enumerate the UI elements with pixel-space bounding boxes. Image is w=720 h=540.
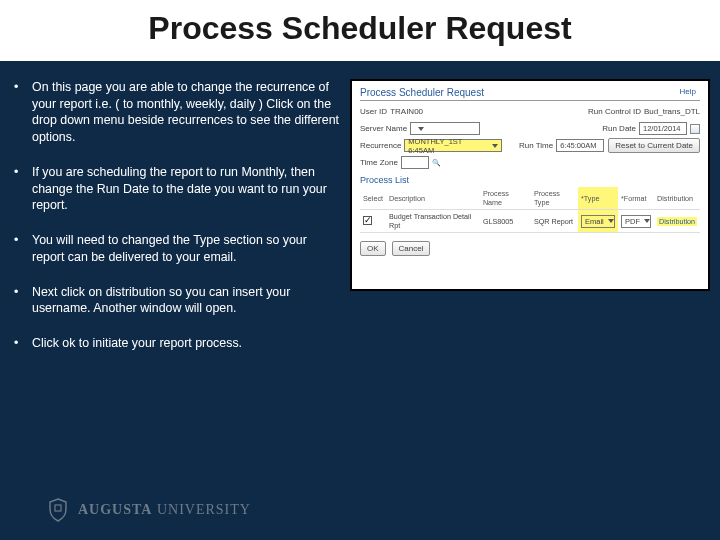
- instruction-text: Next click on distribution so you can in…: [32, 284, 340, 317]
- user-id-label: User ID: [360, 107, 387, 116]
- col-process-type: Process Type: [531, 187, 578, 210]
- university-bold: AUGUSTA: [78, 502, 152, 517]
- list-item: • Click ok to initiate your report proce…: [10, 335, 340, 352]
- university-name: AUGUSTA UNIVERSITY: [78, 502, 251, 518]
- bullet-dot: •: [10, 164, 32, 214]
- screenshot-panel: Process Scheduler Request Help User ID T…: [350, 79, 710, 291]
- list-item: • If you are scheduling the report to ru…: [10, 164, 340, 214]
- ok-button[interactable]: OK: [360, 241, 386, 256]
- run-date-field: Run Date 12/01/2014: [602, 122, 700, 135]
- run-time-field: Run Time 6:45:00AM: [519, 139, 604, 152]
- cancel-button[interactable]: Cancel: [392, 241, 431, 256]
- run-control-value: Bud_trans_DTL: [644, 107, 700, 116]
- window-title: Process Scheduler Request: [360, 87, 700, 98]
- instruction-text: If you are scheduling the report to run …: [32, 164, 340, 214]
- run-time-label: Run Time: [519, 141, 553, 150]
- server-name-select[interactable]: [410, 122, 480, 135]
- list-item: • You will need to changed the Type sect…: [10, 232, 340, 265]
- run-control-label: Run Control ID: [588, 107, 641, 116]
- run-control-field: Run Control ID Bud_trans_DTL: [588, 107, 700, 116]
- recurrence-select[interactable]: MONTHLY_1ST 6:45AM: [404, 139, 502, 152]
- page-title: Process Scheduler Request: [0, 10, 720, 47]
- divider: [360, 100, 700, 101]
- process-list: Select Description Process Name Process …: [360, 187, 700, 233]
- cell-select: [360, 210, 386, 233]
- chevron-down-icon: [492, 144, 498, 148]
- cell-process-name: GLS8005: [480, 210, 531, 233]
- bullet-dot: •: [10, 79, 32, 146]
- cell-type: Email: [578, 210, 618, 233]
- format-value: PDF: [625, 217, 640, 226]
- help-link[interactable]: Help: [680, 87, 696, 96]
- table-row: Budget Transaction Detail Rpt GLS8005 SQ…: [360, 210, 700, 233]
- col-process-name: Process Name: [480, 187, 531, 210]
- university-sub: UNIVERSITY: [152, 502, 251, 517]
- run-date-input[interactable]: 12/01/2014: [639, 122, 687, 135]
- cell-distribution: Distribution: [654, 210, 700, 233]
- list-item: • On this page you are able to change th…: [10, 79, 340, 146]
- col-distribution: Distribution: [654, 187, 700, 210]
- server-name-field: Server Name: [360, 122, 480, 135]
- select-checkbox[interactable]: [363, 216, 372, 225]
- chevron-down-icon: [644, 219, 650, 223]
- process-table: Select Description Process Name Process …: [360, 187, 700, 233]
- content-area: • On this page you are able to change th…: [0, 61, 720, 370]
- distribution-link[interactable]: Distribution: [657, 217, 697, 226]
- type-value: Email: [585, 217, 604, 226]
- process-list-title: Process List: [360, 175, 700, 185]
- table-header-row: Select Description Process Name Process …: [360, 187, 700, 210]
- format-select[interactable]: PDF: [621, 215, 651, 228]
- recurrence-field: Recurrence MONTHLY_1ST 6:45AM: [360, 139, 502, 152]
- time-zone-label: Time Zone: [360, 158, 398, 167]
- bullet-dot: •: [10, 284, 32, 317]
- time-zone-field: Time Zone 🔍: [360, 156, 700, 169]
- dialog-buttons: OK Cancel: [360, 241, 700, 256]
- calendar-icon[interactable]: [690, 124, 700, 134]
- list-item: • Next click on distribution so you can …: [10, 284, 340, 317]
- server-name-label: Server Name: [360, 124, 407, 133]
- instruction-text: Click ok to initiate your report process…: [32, 335, 340, 352]
- recurrence-label: Recurrence: [360, 141, 401, 150]
- col-type: *Type: [578, 187, 618, 210]
- type-select[interactable]: Email: [581, 215, 615, 228]
- svg-rect-0: [55, 505, 61, 511]
- lookup-icon[interactable]: 🔍: [432, 159, 441, 167]
- run-time-input[interactable]: 6:45:00AM: [556, 139, 604, 152]
- instruction-text: On this page you are able to change the …: [32, 79, 340, 146]
- chevron-down-icon: [418, 127, 424, 131]
- user-id-field: User ID TRAIN00: [360, 107, 423, 116]
- footer-logo: AUGUSTA UNIVERSITY: [48, 498, 251, 522]
- instruction-list: • On this page you are able to change th…: [10, 79, 340, 370]
- instruction-text: You will need to changed the Type sectio…: [32, 232, 340, 265]
- cell-format: PDF: [618, 210, 654, 233]
- user-id-value: TRAIN00: [390, 107, 423, 116]
- bullet-dot: •: [10, 335, 32, 352]
- chevron-down-icon: [608, 219, 614, 223]
- col-select: Select: [360, 187, 386, 210]
- col-format: *Format: [618, 187, 654, 210]
- shield-icon: [48, 498, 68, 522]
- recurrence-value: MONTHLY_1ST 6:45AM: [408, 137, 488, 155]
- col-description: Description: [386, 187, 480, 210]
- cell-description: Budget Transaction Detail Rpt: [386, 210, 480, 233]
- run-date-label: Run Date: [602, 124, 636, 133]
- cell-process-type: SQR Report: [531, 210, 578, 233]
- bullet-dot: •: [10, 232, 32, 265]
- title-bar: Process Scheduler Request: [0, 0, 720, 61]
- time-zone-input[interactable]: [401, 156, 429, 169]
- reset-date-button[interactable]: Reset to Current Date: [608, 138, 700, 153]
